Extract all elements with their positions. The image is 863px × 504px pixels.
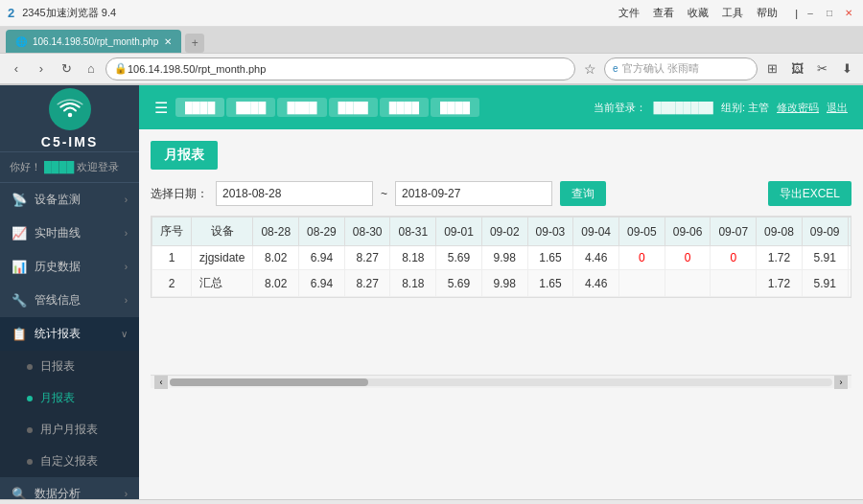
query-button[interactable]: 查询 <box>560 181 606 206</box>
sidebar-subitem-monthly[interactable]: 月报表 <box>0 382 139 414</box>
menu-favorites[interactable]: 收藏 <box>684 6 712 20</box>
cell-row1-v1: 6.94 <box>299 246 345 270</box>
cell-row2-v8 <box>619 270 665 297</box>
change-password-link[interactable]: 修改密码 <box>777 101 819 115</box>
scroll-thumb[interactable] <box>170 378 368 386</box>
cell-row2-device: 汇总 <box>192 270 253 297</box>
hamburger-button[interactable]: ☰ <box>154 99 168 117</box>
cell-row2-v1: 6.94 <box>299 270 345 297</box>
sidebar-item-history[interactable]: 📊 历史数据 › <box>0 250 139 284</box>
cell-row1-v12: 5.91 <box>802 246 848 270</box>
new-tab-button[interactable]: + <box>185 34 204 53</box>
grid-view-button[interactable]: ⊞ <box>761 58 782 80</box>
cell-row2-v0: 8.02 <box>253 270 299 297</box>
horizontal-scrollbar[interactable]: ‹ › <box>151 375 851 388</box>
arrow-icon-curve: › <box>125 228 128 239</box>
menu-file[interactable]: 文件 <box>615 6 643 20</box>
cell-row1-v0: 8.02 <box>253 246 299 270</box>
menu-tools[interactable]: 工具 <box>718 6 747 20</box>
sidebar-label-stats: 统计报表 <box>35 326 113 342</box>
stats-submenu: 日报表 月报表 用户月报表 自定义报表 <box>0 351 139 477</box>
col-0904: 09-04 <box>573 218 619 246</box>
data-table: 序号 设备 08-28 08-29 08-30 08-31 09-01 09-0… <box>152 217 851 297</box>
col-0906: 09-06 <box>665 218 711 246</box>
header-nav-6[interactable]: ████ <box>431 98 479 117</box>
sidebar-subitem-custom[interactable]: 自定义报表 <box>0 446 139 477</box>
header-left: ☰ ████ ████ ████ ████ ████ ████ <box>154 98 479 117</box>
header-right: 当前登录： ████████ 组别: 主管 修改密码 退出 <box>594 101 848 115</box>
col-0903: 09-03 <box>527 218 573 246</box>
sidebar-item-pipeline[interactable]: 🔧 管线信息 › <box>0 284 139 317</box>
filter-bar: 选择日期： ~ 查询 导出EXCEL <box>151 181 851 206</box>
col-device: 设备 <box>192 218 253 246</box>
scroll-left-button[interactable]: ‹ <box>154 376 168 389</box>
page-title-text: 月报表 <box>151 141 218 170</box>
tab-close-icon[interactable]: ✕ <box>164 36 172 47</box>
address-bar[interactable]: 🔒 106.14.198.50/rpt_month.php <box>105 57 575 80</box>
back-button[interactable]: ‹ <box>6 58 27 80</box>
menu-help[interactable]: 帮助 <box>753 6 781 20</box>
cell-row1-v2: 8.27 <box>344 246 390 270</box>
header-nav-3[interactable]: ████ <box>277 98 326 117</box>
cell-row1-v11: 1.72 <box>757 246 803 270</box>
label-user-report: 用户月报表 <box>40 422 98 438</box>
col-index: 序号 <box>152 218 192 246</box>
sidebar-subitem-user-report[interactable]: 用户月报表 <box>0 414 139 446</box>
dot-monthly <box>27 396 33 401</box>
col-0909: 09-09 <box>802 218 848 246</box>
sidebar-item-stats[interactable]: 📋 统计报表 ∨ <box>0 317 139 351</box>
tab-favicon: 🌐 <box>15 36 27 47</box>
cell-row1-device: zjgsidate <box>192 246 253 270</box>
sidebar-item-device-detection[interactable]: 📡 设备监测 › <box>0 183 139 217</box>
svg-point-0 <box>67 112 72 117</box>
user-name: ████ <box>44 161 74 172</box>
filter-label: 选择日期： <box>151 186 208 202</box>
scroll-right-button[interactable]: › <box>834 376 848 389</box>
scroll-track[interactable] <box>170 378 832 386</box>
sidebar-user-info: 你好！ ████ 欢迎登录 <box>0 152 139 183</box>
cell-row2-v11: 1.72 <box>757 270 803 297</box>
header-nav-2[interactable]: ████ <box>226 98 275 117</box>
logout-link[interactable]: 退出 <box>827 101 848 115</box>
export-button[interactable]: 导出EXCEL <box>768 181 851 206</box>
label-monthly: 月报表 <box>40 390 75 406</box>
download-button[interactable]: ⬇ <box>836 58 857 80</box>
pipeline-icon: 🔧 <box>12 293 27 308</box>
header-nav-1[interactable]: ████ <box>175 98 224 117</box>
browser-title: 2345加速浏览器 9.4 <box>22 6 116 20</box>
browser-tab[interactable]: 🌐 106.14.198.50/rpt_month.php ✕ <box>6 30 181 53</box>
cell-row1-v7: 4.46 <box>573 246 619 270</box>
header-nav-5[interactable]: ████ <box>380 98 429 117</box>
more-button[interactable]: ✂ <box>811 58 832 80</box>
screenshot-button[interactable]: 🖼 <box>786 58 807 80</box>
col-0828: 08-28 <box>253 218 299 246</box>
start-date-input[interactable] <box>216 181 373 206</box>
dot-user-report <box>27 427 33 433</box>
refresh-button[interactable]: ↻ <box>56 58 77 80</box>
close-button[interactable]: ✕ <box>842 7 855 20</box>
search-bar[interactable]: e 官方确认 张雨晴 <box>604 57 758 80</box>
cell-row1-v13: 0.01 <box>848 246 851 270</box>
arrow-icon-analysis: › <box>125 489 128 499</box>
minimize-button[interactable]: – <box>804 7 817 20</box>
header-nav: ████ ████ ████ ████ ████ ████ <box>175 98 479 117</box>
table-row: 2 汇总 8.02 6.94 8.27 8.18 5.69 9.98 1.65 … <box>152 270 852 297</box>
cell-row2-v7: 4.46 <box>573 270 619 297</box>
restore-button[interactable]: □ <box>823 7 836 20</box>
cell-row2-v5: 9.98 <box>481 270 527 297</box>
sidebar-item-realtime-curve[interactable]: 📈 实时曲线 › <box>0 217 139 250</box>
end-date-input[interactable] <box>395 181 552 206</box>
sidebar-item-data-analysis[interactable]: 🔍 数据分析 › <box>0 477 139 499</box>
logo-icon <box>49 88 91 130</box>
bookmark-button[interactable]: ☆ <box>579 58 600 80</box>
home-button[interactable]: ⌂ <box>81 58 102 80</box>
device-icon: 📡 <box>12 193 27 207</box>
address-icon: 🔒 <box>114 62 128 75</box>
welcome-text: 欢迎登录 <box>77 161 119 172</box>
history-icon: 📊 <box>12 260 27 274</box>
tab-label: 106.14.198.50/rpt_month.php <box>33 36 158 47</box>
header-nav-4[interactable]: ████ <box>329 98 378 117</box>
forward-button[interactable]: › <box>31 58 52 80</box>
menu-view[interactable]: 查看 <box>649 6 678 20</box>
sidebar-subitem-daily[interactable]: 日报表 <box>0 351 139 382</box>
